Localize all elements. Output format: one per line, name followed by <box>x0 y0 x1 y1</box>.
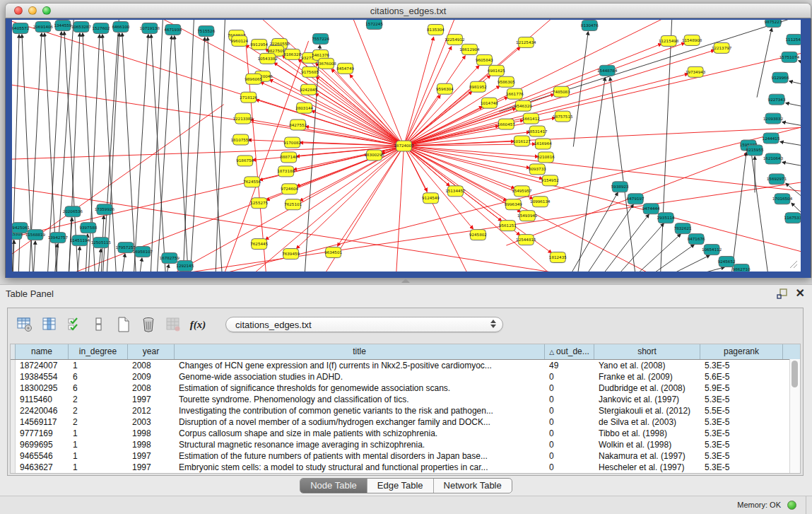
graph-node[interactable]: 2803144 <box>295 103 313 113</box>
table-selector-dropdown[interactable]: citations_edges.txt <box>225 317 503 332</box>
minimize-window-button[interactable] <box>28 6 37 15</box>
graph-node[interactable]: 20206536 <box>63 206 83 217</box>
citation-network-graph[interactable]: 1872400764055722069140613445591065328715… <box>12 20 801 271</box>
new-table-button[interactable] <box>114 315 134 334</box>
graph-node[interactable]: 7625101 <box>284 199 302 210</box>
close-window-button[interactable] <box>14 6 23 15</box>
graph-node[interactable]: 1616964 <box>534 139 552 149</box>
graph-node[interactable]: 20691406 <box>33 21 54 32</box>
graph-node[interactable]: 1344559 <box>54 20 72 30</box>
graph-node[interactable]: 1016127 <box>513 136 531 146</box>
row-view-button[interactable] <box>89 315 109 334</box>
graph-node[interactable]: 9227343 <box>768 94 786 105</box>
select-rows-button[interactable] <box>64 315 84 334</box>
graph-node[interactable]: 11215498 <box>659 35 679 46</box>
graph-node[interactable]: 9596304 <box>436 83 454 94</box>
graph-node[interactable]: 10653287 <box>71 21 92 32</box>
graph-node[interactable]: 11568819 <box>25 230 46 240</box>
column-header-year[interactable]: year <box>128 344 175 359</box>
table-row[interactable]: 969969511998Structural magnetic resonanc… <box>11 439 800 450</box>
panel-divider[interactable] <box>0 278 812 284</box>
graph-node[interactable]: 9561251 <box>499 221 517 231</box>
zoom-window-button[interactable] <box>42 6 51 15</box>
column-header-pagerank[interactable]: pagerank <box>700 344 783 359</box>
graph-node[interactable]: 15495957 <box>512 186 532 197</box>
graph-node[interactable]: 9186756 <box>236 156 254 166</box>
graph-node[interactable]: 8135304 <box>427 24 445 35</box>
graph-node[interactable]: 10719138 <box>140 23 160 33</box>
table-vertical-scrollbar[interactable] <box>789 359 800 473</box>
delete-table-button[interactable] <box>139 315 158 334</box>
graph-node[interactable]: 12544815 <box>516 235 536 245</box>
network-canvas[interactable]: 1872400764055722069140613445591065328715… <box>12 20 801 271</box>
graph-node[interactable]: 1255275 <box>250 198 268 209</box>
graph-node[interactable]: 8471676 <box>688 234 705 245</box>
graph-node[interactable]: 17359926 <box>95 204 115 215</box>
scrollbar-thumb[interactable] <box>792 361 798 387</box>
graph-node[interactable]: 7625445 <box>250 239 268 250</box>
graph-node[interactable]: 8912954 <box>250 39 268 49</box>
graph-node[interactable]: 12213797 <box>712 42 732 53</box>
graph-node[interactable]: 9586305 <box>498 76 515 87</box>
graph-node[interactable]: 1873188 <box>277 166 295 177</box>
graph-node[interactable]: 8454749 <box>336 63 354 74</box>
graph-node[interactable]: 1661412 <box>522 113 540 124</box>
graph-node[interactable]: 1014748 <box>481 98 498 108</box>
graph-node[interactable]: 9154952 <box>541 175 559 186</box>
window-titlebar[interactable]: citations_edges.txt <box>5 3 811 18</box>
graph-node[interactable]: 8130476 <box>581 20 599 30</box>
graph-node[interactable]: 1167533 <box>784 213 801 223</box>
graph-node[interactable]: 2935114 <box>657 213 675 223</box>
graph-node[interactable]: 9724604 <box>281 184 298 194</box>
graph-node[interactable]: 16210643 <box>763 153 784 164</box>
graph-node[interactable]: 9124549 <box>422 193 440 204</box>
function-builder-button[interactable]: f(x) <box>188 315 208 334</box>
column-header-name[interactable]: name <box>16 344 69 359</box>
graph-node[interactable]: 8186328 <box>283 49 301 59</box>
graph-node[interactable]: 8093733 <box>529 164 546 175</box>
graph-node[interactable]: 18724007 <box>394 141 414 151</box>
graph-node[interactable]: 5938923 <box>611 182 629 192</box>
graph-node[interactable]: 9129966 <box>772 72 789 83</box>
graph-node[interactable]: 9862710 <box>733 264 751 271</box>
close-panel-icon[interactable]: ✕ <box>796 288 805 299</box>
table-row[interactable]: 946554611997Estimation of the future num… <box>11 450 800 462</box>
graph-node[interactable]: 9546320 <box>514 100 532 111</box>
graph-node[interactable]: 12213383 <box>233 113 253 124</box>
graph-node[interactable]: 15134457 <box>445 186 466 197</box>
graph-node[interactable]: 1660457 <box>498 119 515 129</box>
graph-node[interactable]: 9245802 <box>469 230 487 240</box>
graph-node[interactable]: 6981625 <box>488 65 505 76</box>
table-row[interactable]: 2242004622012Investigating the contribut… <box>11 405 800 416</box>
tab-node-table[interactable]: Node Table <box>300 479 367 493</box>
graph-node[interactable]: 8215955 <box>746 145 764 156</box>
graph-node[interactable]: 9175685 <box>301 66 319 77</box>
graph-node[interactable]: 18531417 <box>527 126 548 136</box>
column-header-short[interactable]: short <box>594 344 700 359</box>
divider-grip-icon[interactable] <box>401 279 410 283</box>
graph-node[interactable]: 15493941 <box>517 211 538 221</box>
graph-node[interactable]: 8981952 <box>469 81 487 92</box>
graph-node[interactable]: 10654112 <box>702 245 722 255</box>
table-row[interactable]: 1938455462009Genome-wide association stu… <box>11 371 800 382</box>
graph-node[interactable]: 6466100 <box>112 21 129 32</box>
graph-node[interactable]: 8996349 <box>505 199 522 210</box>
graph-node[interactable]: 15692971 <box>767 174 787 185</box>
graph-node[interactable]: 7832621 <box>674 223 692 234</box>
graph-node[interactable]: 1244415 <box>763 133 780 144</box>
graph-node[interactable]: 7515526 <box>197 25 215 36</box>
graph-node[interactable]: 7485083 <box>553 86 570 97</box>
graph-node[interactable]: 12093832 <box>763 113 783 124</box>
graph-node[interactable]: 9245652 <box>718 257 736 267</box>
graph-node[interactable]: 15448784 <box>597 65 618 76</box>
graph-node[interactable]: 9896065 <box>245 74 262 84</box>
graph-node[interactable]: 12125434 <box>516 37 536 47</box>
graph-node[interactable]: 9960124 <box>230 35 248 46</box>
tab-network-table[interactable]: Network Table <box>433 479 512 493</box>
graph-node[interactable]: 17016504 <box>772 194 793 204</box>
graph-node[interactable]: 1112543 <box>786 34 801 45</box>
graph-node[interactable]: 10996134 <box>530 197 551 207</box>
graph-node[interactable]: 16958107 <box>133 247 153 257</box>
graph-node[interactable]: 7557224 <box>312 33 329 44</box>
graph-node[interactable]: 18107553 <box>230 134 251 145</box>
